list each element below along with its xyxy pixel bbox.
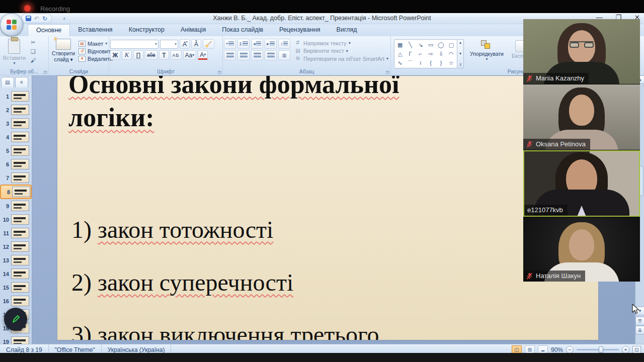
slide-thumbnail-image[interactable] xyxy=(11,228,29,238)
tab-design[interactable]: Конструктор xyxy=(121,24,173,36)
justify-button[interactable] xyxy=(265,50,277,60)
slide-thumbnail-image[interactable] xyxy=(11,282,29,293)
slide-thumbnail-image[interactable] xyxy=(11,118,29,129)
slide-thumbnail-11[interactable]: 11 xyxy=(0,226,32,240)
bullets-button[interactable]: • xyxy=(224,39,236,49)
shapes-scroll-down-icon[interactable]: ▼ xyxy=(459,52,462,55)
shape-icon-7[interactable]: △ xyxy=(398,51,402,57)
shape-icon-17[interactable]: } xyxy=(440,60,442,66)
font-name-combo[interactable]: ▾ xyxy=(110,40,158,49)
slide-thumbnail-6[interactable]: 6 xyxy=(0,157,32,171)
clear-formatting-button[interactable]: 🧹 xyxy=(203,39,214,49)
slide-thumbnail-7[interactable]: 7 xyxy=(0,171,32,185)
next-slide-button[interactable]: ⇊ xyxy=(635,326,644,334)
tab-insert[interactable]: Вставлення xyxy=(70,24,120,36)
slide-thumbnail-image[interactable] xyxy=(11,296,29,306)
slide-thumbnail-image[interactable] xyxy=(11,201,29,211)
shape-icon-3[interactable]: ↘ xyxy=(418,42,423,48)
italic-button[interactable]: К xyxy=(122,50,132,60)
zoom-level[interactable]: 90% xyxy=(551,346,563,353)
grow-font-button[interactable]: А̂ xyxy=(180,39,190,49)
shapes-gallery[interactable]: ▦╲↘▭◯▢△Γ⌐⇨⇩◠∿⌒≀{}☆ xyxy=(394,39,457,68)
shape-icon-8[interactable]: Γ xyxy=(409,51,412,57)
shape-icon-6[interactable]: ▢ xyxy=(449,42,454,48)
slide-thumbnail-image[interactable] xyxy=(11,145,29,156)
tab-slideshow[interactable]: Показ слайдів xyxy=(214,24,271,36)
new-slide-button[interactable]: Створити слайд ▾ xyxy=(50,38,77,63)
shape-icon-18[interactable]: ☆ xyxy=(449,60,454,66)
line-spacing-button[interactable]: ↕ xyxy=(278,39,290,49)
slide-thumbnail-10[interactable]: 10 xyxy=(0,213,32,226)
format-painter-button[interactable]: 🖌 xyxy=(29,57,38,65)
slide-thumbnail-12[interactable]: 12 xyxy=(0,240,32,253)
shrink-font-button[interactable]: А̌ xyxy=(191,39,201,49)
numbering-button[interactable]: 1 xyxy=(237,39,250,49)
slide-item-3[interactable]: 3) закон виключення третього xyxy=(71,321,379,340)
slides-pane-tab[interactable]: ▤ xyxy=(1,77,14,87)
align-right-button[interactable] xyxy=(251,50,263,60)
slide-canvas[interactable]: Основні закони формальної логіки: 1) зак… xyxy=(57,75,599,340)
zoom-slider[interactable] xyxy=(577,349,619,350)
slide-thumbnail-13[interactable]: 13 xyxy=(0,253,32,267)
shape-icon-13[interactable]: ∿ xyxy=(398,60,403,66)
slide-thumbnail-2[interactable]: 2 xyxy=(0,103,32,117)
columns-button[interactable]: ▥ xyxy=(278,50,290,60)
arrange-button[interactable]: Упорядкувати ▾ xyxy=(468,38,506,68)
cut-button[interactable]: ✂ xyxy=(29,39,38,47)
underline-button[interactable]: П xyxy=(133,50,143,60)
shape-icon-10[interactable]: ⇨ xyxy=(429,51,433,57)
increase-indent-button[interactable]: ▸ xyxy=(265,39,277,49)
shape-icon-12[interactable]: ◠ xyxy=(449,51,454,57)
tab-animations[interactable]: Анімація xyxy=(173,24,214,36)
outline-pane-tab[interactable]: ≡ xyxy=(15,77,28,87)
participant-tile-active-speaker[interactable]: e121077kvb xyxy=(523,150,640,217)
slide-thumbnail-image[interactable] xyxy=(11,214,29,225)
text-shadow-button[interactable]: Т xyxy=(159,50,169,60)
paste-button[interactable]: Вставити ▾ xyxy=(1,38,28,66)
shape-icon-14[interactable]: ⌒ xyxy=(408,60,413,66)
text-direction-button[interactable]: ⇵ Напрямок тексту▾ xyxy=(294,40,388,46)
paste-caret-icon[interactable]: ▾ xyxy=(13,61,15,65)
zoom-in-button[interactable]: + xyxy=(622,346,629,353)
slide-thumbnail-14[interactable]: 14 xyxy=(0,267,32,281)
zoom-out-button[interactable]: − xyxy=(566,346,574,353)
slide-thumbnail-image[interactable] xyxy=(11,268,29,279)
slide-thumbnail-image[interactable] xyxy=(11,172,29,183)
shapes-scroll-up-icon[interactable]: ▲ xyxy=(459,41,462,44)
align-left-button[interactable] xyxy=(224,50,236,60)
tab-home[interactable]: Основне xyxy=(28,24,70,36)
slide-thumbnail-image[interactable] xyxy=(11,105,29,115)
slide-thumbnail-image[interactable] xyxy=(11,159,29,169)
copy-button[interactable]: ❏ xyxy=(29,48,38,56)
font-color-button[interactable]: A▾ xyxy=(198,50,208,60)
annotate-button[interactable] xyxy=(4,308,27,331)
participant-tile[interactable]: Наталія Шакун xyxy=(523,217,640,282)
bold-button[interactable]: Ж xyxy=(110,50,120,60)
tab-view[interactable]: Вигляд xyxy=(329,24,365,36)
font-dialog-launcher-icon[interactable]: ◳ xyxy=(217,70,221,74)
slide-thumbnail-1[interactable]: 1 xyxy=(0,89,32,103)
slide-thumbnail-image[interactable] xyxy=(11,241,29,252)
participant-tile[interactable]: Mariia Kazanzhy xyxy=(523,19,640,84)
align-text-button[interactable]: ▤ Вирівняти текст▾ xyxy=(294,48,388,54)
slide-thumbnail-4[interactable]: 4 xyxy=(0,130,32,144)
slide-thumbnail-image[interactable] xyxy=(11,255,29,265)
slide-item-1[interactable]: 1) закон тотожності xyxy=(71,216,273,243)
slide-thumbnail-image[interactable] xyxy=(11,91,29,102)
paragraph-dialog-launcher-icon[interactable]: ◳ xyxy=(385,70,389,74)
slide-thumbnail-16[interactable]: 16 xyxy=(0,294,32,308)
shapes-scroll-more-icon[interactable]: ⊼ xyxy=(459,63,461,67)
tab-review[interactable]: Рецензування xyxy=(271,24,328,36)
slide-thumbnail-3[interactable]: 3 xyxy=(0,117,32,130)
slide-thumbnail-9[interactable]: 9 xyxy=(0,199,32,213)
slide-item-2[interactable]: 2) закон суперечності xyxy=(71,268,293,296)
shape-icon-15[interactable]: ≀ xyxy=(420,60,422,66)
clipboard-dialog-launcher-icon[interactable]: ◳ xyxy=(43,70,47,74)
shape-icon-2[interactable]: ╲ xyxy=(409,42,412,48)
shape-icon-11[interactable]: ⇩ xyxy=(439,51,443,57)
participant-tile[interactable]: Oksana Petinova xyxy=(523,84,640,150)
shape-icon-5[interactable]: ◯ xyxy=(438,42,444,48)
slide-thumbnail-image[interactable] xyxy=(12,187,30,197)
shapes-gallery-scrollbar[interactable]: ▲ ▼ ⊼ xyxy=(457,39,464,68)
shape-icon-16[interactable]: { xyxy=(430,60,432,66)
